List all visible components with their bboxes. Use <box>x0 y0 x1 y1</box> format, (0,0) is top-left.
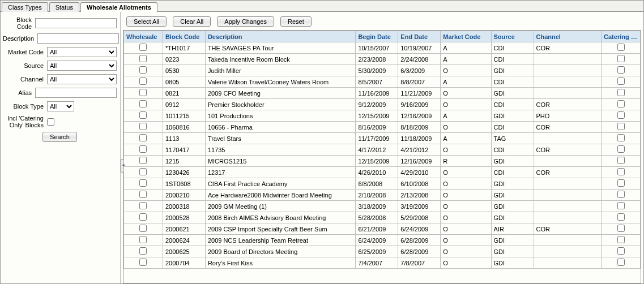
catering-only-row-checkbox[interactable] <box>617 78 625 85</box>
table-row[interactable]: 2000704Rory's First Kiss7/4/20077/8/2007… <box>124 257 641 269</box>
catering-only-row-checkbox[interactable] <box>617 202 625 209</box>
cell-channel: PHO <box>534 110 602 122</box>
catering-only-row-checkbox[interactable] <box>617 111 625 119</box>
wholesale-checkbox[interactable] <box>139 111 147 119</box>
wholesale-checkbox[interactable] <box>139 191 147 198</box>
cell-market-code: A <box>441 110 491 122</box>
table-row[interactable]: 20006252009 Board of Directors Meeting6/… <box>124 246 641 257</box>
label-source: Source <box>3 62 47 69</box>
catering-only-row-checkbox[interactable] <box>617 179 625 187</box>
wholesale-checkbox[interactable] <box>139 213 147 221</box>
apply-changes-button[interactable]: Apply Changes <box>217 16 274 27</box>
clear-all-button[interactable]: Clear All <box>173 16 211 27</box>
alias-input[interactable] <box>35 88 117 98</box>
table-row[interactable]: 0805Valerie Wilson Travel/Cooney Waters … <box>124 76 641 88</box>
table-row[interactable]: 20006212009 CSP Import Specialty Craft B… <box>124 223 641 235</box>
table-row[interactable]: 106081610656 - Pharma8/16/20098/18/2009O… <box>124 122 641 133</box>
table-row[interactable]: 0530Judith Miller5/30/20096/3/2009OGDI <box>124 65 641 76</box>
col-channel[interactable]: Channel <box>534 31 602 42</box>
table-row[interactable]: 0223Takeda Incentive Room Block2/23/2008… <box>124 54 641 65</box>
source-select[interactable]: All <box>47 61 117 71</box>
wholesale-checkbox[interactable] <box>139 179 147 187</box>
col-market-code[interactable]: Market Code <box>441 31 491 42</box>
catering-only-row-checkbox[interactable] <box>617 134 625 141</box>
wholesale-checkbox[interactable] <box>139 100 147 107</box>
wholesale-checkbox[interactable] <box>139 66 147 74</box>
catering-only-row-checkbox[interactable] <box>617 168 625 175</box>
col-catering-only[interactable]: Catering Only <box>602 31 641 42</box>
table-row[interactable]: 08212009 CFO Meeting11/16/200911/21/2009… <box>124 88 641 99</box>
catering-only-row-checkbox[interactable] <box>617 213 625 221</box>
catering-only-row-checkbox[interactable] <box>617 44 625 51</box>
wholesale-checkbox[interactable] <box>139 225 147 232</box>
reset-button[interactable]: Reset <box>280 16 312 27</box>
catering-only-row-checkbox[interactable] <box>617 123 625 130</box>
cell-market-code: R <box>441 156 491 167</box>
cell-block-code: 0805 <box>163 76 205 88</box>
table-row[interactable]: 20005282008 Birch AIMES Advisory Board M… <box>124 212 641 223</box>
catering-only-row-checkbox[interactable] <box>617 247 625 255</box>
wholesale-checkbox[interactable] <box>139 134 147 141</box>
col-begin-date[interactable]: Begin Date <box>356 31 398 42</box>
catering-only-row-checkbox[interactable] <box>617 100 625 107</box>
catering-only-row-checkbox[interactable] <box>617 191 625 198</box>
col-end-date[interactable]: End Date <box>398 31 441 42</box>
cell-market-code: O <box>441 235 491 246</box>
wholesale-checkbox[interactable] <box>139 247 147 255</box>
block-type-select[interactable]: All <box>47 101 74 111</box>
table-row[interactable]: 0912Premier Stockholder9/12/20099/16/200… <box>124 99 641 110</box>
catering-only-row-checkbox[interactable] <box>617 259 625 266</box>
catering-only-row-checkbox[interactable] <box>617 236 625 243</box>
table-row[interactable]: 1215MICROS121512/15/200912/16/2009RGDI <box>124 156 641 167</box>
col-block-code[interactable]: Block Code <box>163 31 205 42</box>
search-button[interactable]: Search <box>42 132 77 142</box>
col-wholesale[interactable]: Wholesale <box>124 31 163 42</box>
table-row[interactable]: 20003182009 GM Meeting (1)3/18/20093/19/… <box>124 201 641 212</box>
channel-select[interactable]: All <box>47 74 117 84</box>
select-all-button[interactable]: Select All <box>126 16 167 27</box>
cell-block-code: 2000210 <box>163 190 205 201</box>
catering-only-row-checkbox[interactable] <box>617 157 625 164</box>
tab-status[interactable]: Status <box>49 2 79 12</box>
catering-only-row-checkbox[interactable] <box>617 225 625 232</box>
wholesale-checkbox[interactable] <box>139 202 147 209</box>
wholesale-checkbox[interactable] <box>139 236 147 243</box>
wholesale-checkbox[interactable] <box>139 89 147 96</box>
wholesale-checkbox[interactable] <box>139 259 147 266</box>
cell-source: GDI <box>491 156 534 167</box>
table-row[interactable]: 1113Travel Stars11/17/200911/18/2009ATAG <box>124 133 641 144</box>
block-code-input[interactable] <box>35 18 117 28</box>
catering-only-row-checkbox[interactable] <box>617 55 625 62</box>
cell-channel <box>534 257 602 269</box>
wholesale-checkbox[interactable] <box>139 55 147 62</box>
wholesale-checkbox[interactable] <box>139 78 147 85</box>
wholesale-checkbox[interactable] <box>139 157 147 164</box>
cell-block-code: 0530 <box>163 65 205 76</box>
table-row[interactable]: 20006242009 NCS Leadership Team Retreat6… <box>124 235 641 246</box>
table-row[interactable]: 1ST0608CIBA First Practice Academy6/8/20… <box>124 178 641 190</box>
catering-only-row-checkbox[interactable] <box>617 145 625 153</box>
wholesale-checkbox[interactable] <box>139 168 147 175</box>
wholesale-checkbox[interactable] <box>139 145 147 153</box>
col-source[interactable]: Source <box>491 31 534 42</box>
cell-end-date: 6/3/2009 <box>398 65 441 76</box>
market-code-select[interactable]: All <box>47 47 117 57</box>
description-input[interactable] <box>37 33 119 44</box>
table-row[interactable]: 1230426123174/26/20104/29/2010OCDICOR <box>124 167 641 178</box>
grid-scroll[interactable]: Wholesale Block Code Description Begin D… <box>123 30 641 283</box>
catering-only-row-checkbox[interactable] <box>617 66 625 74</box>
table-row[interactable]: 1011215101 Productions12/15/200912/16/20… <box>124 110 641 122</box>
wholesale-checkbox[interactable] <box>139 123 147 130</box>
panel-collapse-icon[interactable] <box>121 159 124 173</box>
table-row[interactable]: 1170417117354/17/20124/21/2012OCDICOR <box>124 144 641 156</box>
tab-class-types[interactable]: Class Types <box>2 2 48 12</box>
cell-market-code: A <box>441 76 491 88</box>
wholesale-checkbox[interactable] <box>139 44 147 51</box>
catering-only-row-checkbox[interactable] <box>617 89 625 96</box>
catering-only-checkbox[interactable] <box>47 118 54 126</box>
table-row[interactable]: 2000210Ace Hardware2008 Midwinter Board … <box>124 190 641 201</box>
cell-end-date: 2/13/2008 <box>398 190 441 201</box>
tab-wholesale-allotments[interactable]: Wholesale Allotments <box>80 2 157 12</box>
col-description[interactable]: Description <box>205 31 355 42</box>
table-row[interactable]: *TH1017THE SAVAGES PA Tour10/15/200710/1… <box>124 42 641 54</box>
